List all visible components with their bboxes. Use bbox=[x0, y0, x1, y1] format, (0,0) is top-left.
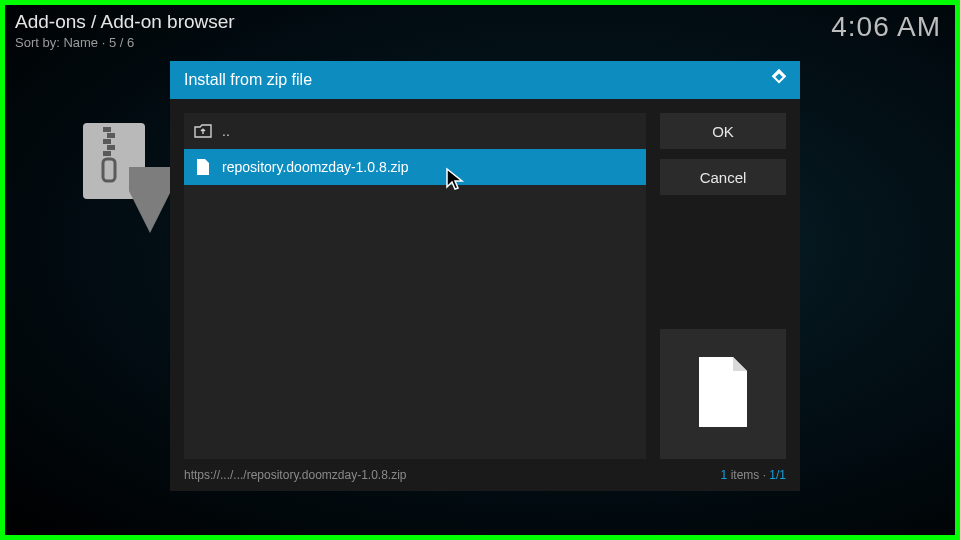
svg-rect-1 bbox=[103, 127, 111, 132]
svg-rect-2 bbox=[107, 133, 115, 138]
file-icon bbox=[194, 158, 212, 176]
footer-count-value: 1 bbox=[721, 468, 728, 482]
zip-file-row[interactable]: repository.doomzday-1.0.8.zip bbox=[184, 149, 646, 185]
file-preview bbox=[660, 329, 786, 459]
svg-rect-5 bbox=[103, 151, 111, 156]
kodi-logo-icon bbox=[768, 67, 790, 93]
file-list[interactable]: .. repository.doomzday-1.0.8.zip bbox=[184, 113, 646, 459]
folder-up-icon bbox=[194, 122, 212, 140]
install-from-zip-dialog: Install from zip file .. bbox=[170, 61, 800, 491]
clock: 4:06 AM bbox=[831, 11, 941, 43]
footer-count-label: items bbox=[731, 468, 760, 482]
dialog-footer: https://.../.../repository.doomzday-1.0.… bbox=[170, 465, 800, 491]
parent-directory-row[interactable]: .. bbox=[184, 113, 646, 149]
svg-rect-3 bbox=[103, 139, 111, 144]
dialog-title-bar: Install from zip file bbox=[170, 61, 800, 99]
footer-page: 1/1 bbox=[769, 468, 786, 482]
breadcrumb: Add-ons / Add-on browser bbox=[15, 11, 235, 33]
zip-archive-icon bbox=[83, 123, 173, 233]
ok-button[interactable]: OK bbox=[660, 113, 786, 149]
sort-line: Sort by: Name · 5 / 6 bbox=[15, 35, 235, 50]
zip-file-label: repository.doomzday-1.0.8.zip bbox=[222, 159, 409, 175]
parent-directory-label: .. bbox=[222, 123, 230, 139]
header-left: Add-ons / Add-on browser Sort by: Name ·… bbox=[15, 11, 235, 50]
document-icon bbox=[695, 357, 751, 431]
cancel-button[interactable]: Cancel bbox=[660, 159, 786, 195]
svg-rect-4 bbox=[107, 145, 115, 150]
footer-path: https://.../.../repository.doomzday-1.0.… bbox=[184, 468, 407, 482]
dialog-title: Install from zip file bbox=[184, 71, 312, 89]
